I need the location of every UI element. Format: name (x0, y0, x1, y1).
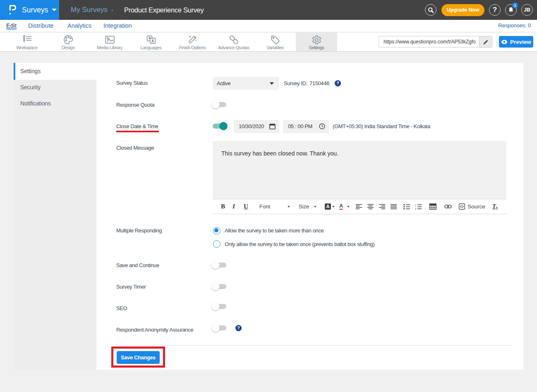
svg-text:1: 1 (415, 204, 417, 206)
svg-text:2: 2 (415, 208, 417, 210)
